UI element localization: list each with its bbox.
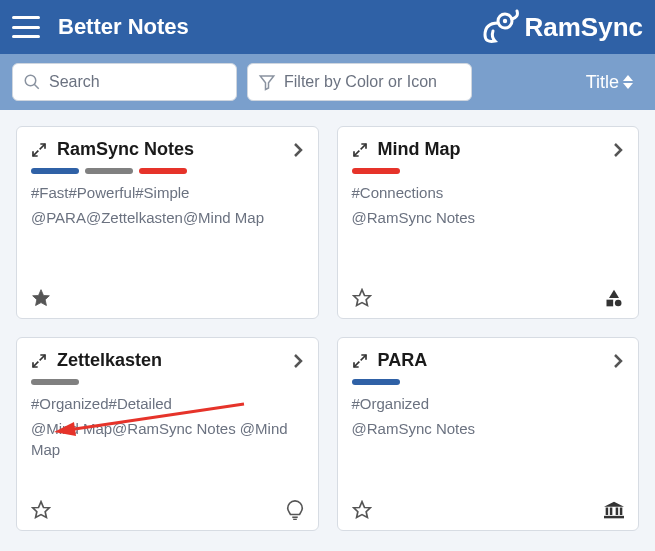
card-mentions: @PARA@Zettelkasten@Mind Map <box>31 207 304 228</box>
svg-point-15 <box>615 300 622 307</box>
svg-marker-24 <box>604 502 624 507</box>
note-card-mind-map[interactable]: Mind Map #Connections @RamSync Notes <box>337 126 640 319</box>
shapes-icon[interactable] <box>604 288 624 308</box>
svg-marker-23 <box>353 502 370 518</box>
color-bar <box>352 379 400 385</box>
color-bar <box>352 168 400 174</box>
svg-marker-13 <box>609 290 619 298</box>
note-card-zettelkasten[interactable]: Zettelkasten #Organized#Detailed @Mind M… <box>16 337 319 531</box>
card-tags: #Organized#Detailed <box>31 393 304 414</box>
sort-label: Title <box>586 72 619 93</box>
chevron-right-icon[interactable] <box>292 352 304 370</box>
search-icon <box>23 73 41 91</box>
brand-logo-text: RamSync <box>525 12 644 43</box>
svg-marker-12 <box>353 290 370 306</box>
card-tags: #Connections <box>352 182 625 203</box>
card-tags: #Fast#Powerful#Simple <box>31 182 304 203</box>
expand-icon[interactable] <box>352 353 368 369</box>
svg-marker-4 <box>260 76 274 90</box>
svg-rect-29 <box>604 516 624 519</box>
note-card-ramsync-notes[interactable]: RamSync Notes #Fast#Powerful#Simple @PAR… <box>16 126 319 319</box>
card-title: Zettelkasten <box>57 350 282 371</box>
color-bars <box>352 168 625 174</box>
svg-marker-18 <box>33 502 50 518</box>
app-header: Better Notes RamSync <box>0 0 655 54</box>
filter-field[interactable] <box>247 63 472 101</box>
svg-marker-5 <box>623 75 633 81</box>
page-title: Better Notes <box>58 14 479 40</box>
svg-marker-9 <box>33 290 50 306</box>
card-tags: #Organized <box>352 393 625 414</box>
color-bars <box>31 379 304 385</box>
brand-logo: RamSync <box>479 9 644 45</box>
cards-grid: RamSync Notes #Fast#Powerful#Simple @PAR… <box>0 110 655 547</box>
star-icon-filled[interactable] <box>31 288 51 308</box>
filter-icon <box>258 73 276 91</box>
search-input[interactable] <box>49 73 226 91</box>
chevron-right-icon[interactable] <box>612 141 624 159</box>
menu-icon[interactable] <box>12 16 40 38</box>
sort-button[interactable]: Title <box>576 66 643 99</box>
svg-line-3 <box>34 84 39 89</box>
color-bar <box>31 168 79 174</box>
expand-icon[interactable] <box>352 142 368 158</box>
expand-icon[interactable] <box>31 142 47 158</box>
color-bar <box>85 168 133 174</box>
expand-icon[interactable] <box>31 353 47 369</box>
svg-rect-26 <box>610 508 613 516</box>
card-title: Mind Map <box>378 139 603 160</box>
card-title: RamSync Notes <box>57 139 282 160</box>
card-mentions: @Mind Map@RamSync Notes @Mind Map <box>31 418 304 460</box>
star-icon[interactable] <box>31 500 51 520</box>
ramsync-logo-icon <box>479 9 519 45</box>
search-field[interactable] <box>12 63 237 101</box>
color-bar <box>139 168 187 174</box>
card-mentions: @RamSync Notes <box>352 418 625 439</box>
filter-input[interactable] <box>284 73 461 91</box>
svg-rect-25 <box>606 508 609 516</box>
star-icon[interactable] <box>352 288 372 308</box>
svg-rect-27 <box>616 508 619 516</box>
svg-point-2 <box>25 75 36 86</box>
card-mentions: @RamSync Notes <box>352 207 625 228</box>
sort-arrows-icon <box>623 75 633 89</box>
svg-point-1 <box>502 19 506 23</box>
color-bar <box>31 379 79 385</box>
svg-rect-14 <box>607 300 614 307</box>
star-icon[interactable] <box>352 500 372 520</box>
svg-marker-6 <box>623 83 633 89</box>
lightbulb-icon[interactable] <box>286 500 304 520</box>
bank-icon[interactable] <box>604 501 624 519</box>
svg-rect-28 <box>620 508 623 516</box>
note-card-para[interactable]: PARA #Organized @RamSync Notes <box>337 337 640 531</box>
chevron-right-icon[interactable] <box>292 141 304 159</box>
toolbar: Title <box>0 54 655 110</box>
chevron-right-icon[interactable] <box>612 352 624 370</box>
color-bars <box>31 168 304 174</box>
card-title: PARA <box>378 350 603 371</box>
color-bars <box>352 379 625 385</box>
